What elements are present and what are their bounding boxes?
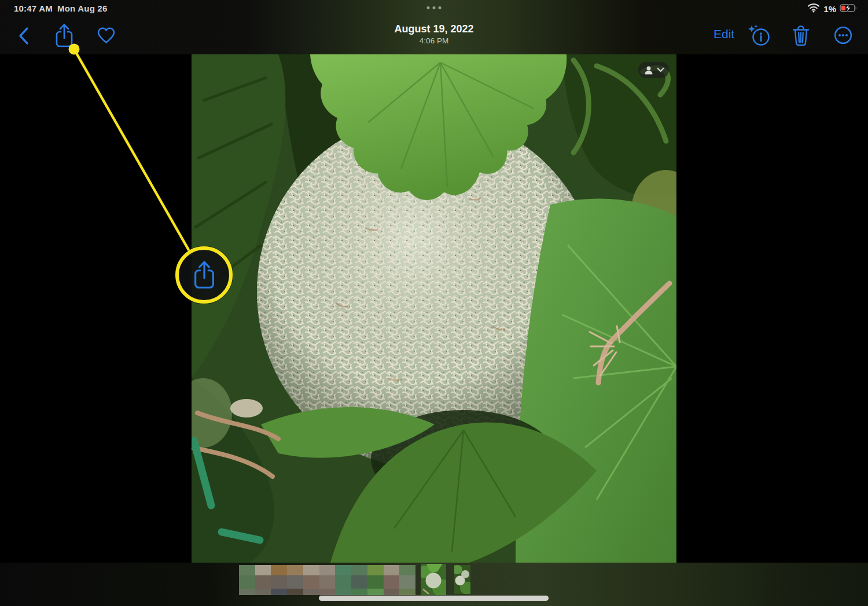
photo-date-title: August 19, 2022 4:06 PM	[394, 23, 473, 45]
share-icon	[191, 260, 218, 290]
top-chrome: 10:47 AM Mon Aug 26 1%	[0, 0, 868, 54]
person-icon	[643, 65, 654, 75]
blurred-thumbnails[interactable]	[239, 565, 415, 595]
more-button[interactable]	[833, 25, 853, 45]
status-date: Mon Aug 26	[57, 3, 107, 13]
back-button[interactable]	[14, 27, 34, 45]
favorite-button[interactable]	[96, 26, 116, 45]
toolbar: August 19, 2022 4:06 PM Edit	[0, 17, 868, 54]
chevron-down-icon	[657, 68, 664, 72]
multitasking-indicator[interactable]	[427, 6, 442, 9]
photo-time: 4:06 PM	[394, 36, 473, 46]
home-indicator[interactable]	[319, 596, 549, 601]
delete-button[interactable]	[792, 25, 810, 47]
callout-share-highlight	[175, 246, 233, 304]
battery-charging-icon	[840, 3, 858, 15]
thumbnail-current[interactable]	[421, 564, 446, 595]
wifi-icon	[807, 3, 820, 15]
photo-canvas[interactable]	[192, 54, 676, 563]
thumbnail-next[interactable]	[454, 565, 470, 594]
cantaloupe-photo	[192, 54, 676, 563]
battery-percent: 1%	[823, 4, 836, 14]
status-bar: 10:47 AM Mon Aug 26 1%	[0, 0, 868, 17]
thumbnail-strip-bar	[0, 563, 868, 606]
people-badge[interactable]	[638, 62, 669, 78]
edit-button[interactable]: Edit	[713, 27, 734, 41]
share-button[interactable]	[54, 23, 74, 49]
info-sparkles-button[interactable]	[747, 24, 771, 47]
status-time: 10:47 AM	[14, 3, 53, 13]
photo-date: August 19, 2022	[394, 23, 473, 35]
photos-app-screen: 10:47 AM Mon Aug 26 1%	[0, 0, 868, 606]
